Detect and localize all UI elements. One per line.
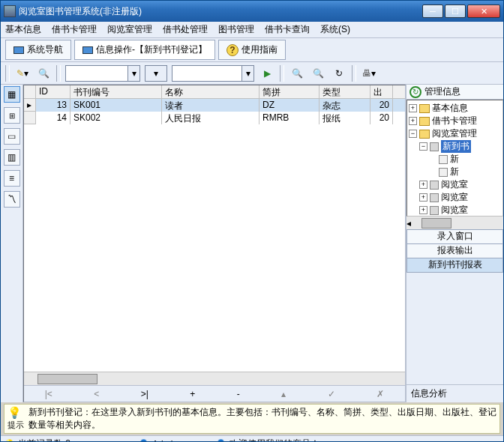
view-chart-button[interactable]: 〽 — [4, 191, 20, 208]
refresh-button[interactable]: ↻ — [331, 65, 347, 82]
input-window-button[interactable]: 录入窗口 — [406, 229, 503, 244]
item-icon — [430, 193, 439, 202]
tree-node-room-b[interactable]: +阅览室 — [409, 191, 501, 204]
right-footer: 信息分析 — [406, 384, 503, 402]
cell: 13 — [36, 99, 70, 112]
tree-node-room-c[interactable]: +阅览室 — [409, 204, 501, 217]
maximize-button[interactable]: ☐ — [445, 4, 466, 18]
view-tree-button[interactable]: ⊞ — [4, 107, 20, 124]
window-icon — [82, 46, 93, 54]
data-grid: ID 书刊编号 名称 简拼 类型 出 ▸ 13 SK001 读者 DZ 杂志 2… — [23, 85, 406, 402]
nav-add[interactable]: + — [190, 389, 195, 399]
cell: 14 — [36, 112, 70, 124]
tree-node-room-a[interactable]: +阅览室 — [409, 178, 501, 191]
table-row[interactable]: ▸ 13 SK001 读者 DZ 杂志 20 — [24, 99, 405, 112]
grid-body[interactable]: ▸ 13 SK001 读者 DZ 杂志 20 14 SK002 人民日报 RMR… — [24, 99, 405, 372]
hint-icon-col: 💡 提示 — [8, 406, 24, 432]
view-list-button[interactable]: ≡ — [4, 170, 20, 187]
window-title: 阅览室图书管理系统(非注册版) — [19, 5, 422, 18]
page-icon — [439, 168, 448, 177]
tree-node-new-arrival[interactable]: −新到书 — [409, 140, 501, 153]
new-arrival-report-button[interactable]: 新到书刊报表 — [406, 258, 503, 273]
bulb-icon: 💡 — [8, 406, 24, 420]
nav-edit[interactable]: ▴ — [281, 389, 286, 399]
tree-node-new1[interactable]: 新 — [409, 153, 501, 166]
find-next-button[interactable]: 🔍 — [310, 65, 326, 82]
col-id[interactable]: ID — [36, 85, 70, 98]
folder-icon — [419, 117, 430, 126]
nav-first[interactable]: |< — [45, 389, 52, 399]
col-code[interactable]: 书刊编号 — [70, 85, 162, 98]
menu-desk-mgmt[interactable]: 借书处管理 — [163, 23, 208, 36]
record-navigator: |< < >| + - ▴ ✓ ✗ — [24, 385, 405, 402]
col-last[interactable]: 出 — [370, 85, 393, 98]
tab-nav-label: 系统导航 — [27, 43, 63, 56]
col-type[interactable]: 类型 — [320, 85, 370, 98]
menu-bar: 基本信息 借书卡管理 阅览室管理 借书处管理 图书管理 借书卡查询 系统(S) — [1, 22, 503, 38]
close-button[interactable]: ✕ — [467, 4, 500, 18]
tree-scrollbar[interactable]: ◂ — [406, 217, 503, 230]
row-selector-header — [24, 85, 36, 98]
view-form-button[interactable]: ▭ — [4, 128, 20, 145]
menu-card-mgmt[interactable]: 借书卡管理 — [52, 23, 97, 36]
separator — [352, 65, 356, 82]
nav-next[interactable]: >| — [141, 389, 148, 399]
col-abbr[interactable]: 简拼 — [260, 85, 320, 98]
cell: 杂志 — [320, 99, 370, 112]
tree-node-basic[interactable]: +基本信息 — [409, 102, 501, 115]
tree-node-new2[interactable]: 新 — [409, 166, 501, 178]
nav-del[interactable]: - — [237, 389, 240, 399]
filter-combo-3[interactable]: ▾ — [172, 65, 254, 82]
run-button[interactable]: ▶ — [259, 65, 275, 82]
item-icon — [430, 142, 439, 151]
user-icon: 👤 — [215, 439, 226, 443]
minimize-button[interactable]: ─ — [422, 4, 443, 18]
left-toolbar: ▦ ⊞ ▭ ▥ ≡ 〽 — [1, 85, 23, 402]
cell: 读者 — [162, 99, 260, 112]
tree-node-room[interactable]: −阅览室管理 — [409, 127, 501, 140]
hint-panel: 💡 提示 新到书刊登记：在这里录入新到书刊的基本信息。主要包括：书刊编号、名称、… — [4, 404, 500, 434]
navigation-tree[interactable]: +基本信息 +借书卡管理 −阅览室管理 −新到书 新 新 +阅览室 +阅览室 +… — [406, 100, 503, 217]
nav-cancel[interactable]: ✗ — [376, 389, 384, 399]
hint-text: 新到书刊登记：在这里录入新到书刊的基本信息。主要包括：书刊编号、名称、简拼、类型… — [28, 406, 496, 432]
separator — [5, 65, 10, 82]
view-grid-button[interactable]: ▦ — [4, 86, 20, 103]
right-panel: ↻ 管理信息 +基本信息 +借书卡管理 −阅览室管理 −新到书 新 新 +阅览室… — [406, 85, 503, 402]
menu-card-query[interactable]: 借书卡查询 — [265, 23, 310, 36]
report-output-button[interactable]: 报表输出 — [406, 243, 503, 258]
cell: RMRB — [260, 112, 320, 124]
filter-combo-1[interactable]: ▾ — [65, 65, 140, 82]
table-row[interactable]: 14 SK002 人民日报 RMRB 报纸 20 — [24, 112, 405, 124]
tree-node-card[interactable]: +借书卡管理 — [409, 115, 501, 127]
find-button[interactable]: 🔍 — [289, 65, 305, 82]
view-card-button[interactable]: ▥ — [4, 149, 20, 166]
menu-basic[interactable]: 基本信息 — [5, 23, 41, 36]
grid-header: ID 书刊编号 名称 简拼 类型 出 — [24, 85, 405, 99]
menu-book-mgmt[interactable]: 图书管理 — [218, 23, 254, 36]
status-records: 💡当前记录数 2 — [4, 438, 70, 442]
help-icon: ? — [226, 44, 238, 56]
nav-post[interactable]: ✓ — [328, 389, 335, 399]
search-button[interactable]: 🔍 — [35, 65, 52, 82]
edit-button[interactable]: ✎▾ — [14, 65, 31, 82]
page-icon — [439, 155, 448, 164]
print-button[interactable]: 🖶▾ — [361, 65, 377, 82]
tab-guide[interactable]: ?使用指南 — [218, 40, 286, 60]
col-name[interactable]: 名称 — [162, 85, 260, 98]
tab-nav[interactable]: 系统导航 — [5, 40, 71, 60]
separator — [56, 65, 61, 82]
nav-prev[interactable]: < — [94, 389, 99, 399]
tab-info-op[interactable]: 信息操作-【新到书刊登记】 — [74, 40, 215, 60]
window-buttons: ─ ☐ ✕ — [422, 4, 500, 18]
filter-combo-2[interactable]: ▾ — [145, 65, 167, 82]
menu-room-mgmt[interactable]: 阅览室管理 — [107, 23, 152, 36]
status-bar: 💡当前记录数 2 👤Admin 👤欢迎使用我们的产品！ — [1, 435, 503, 442]
menu-system[interactable]: 系统(S) — [320, 23, 350, 36]
app-icon — [4, 5, 16, 17]
hint-label: 提示 — [8, 420, 24, 431]
refresh-icon[interactable]: ↻ — [410, 86, 422, 98]
cell: 人民日报 — [162, 112, 260, 124]
right-footer-label: 信息分析 — [411, 387, 447, 400]
cell: SK001 — [70, 99, 162, 112]
horizontal-scrollbar[interactable] — [24, 372, 405, 385]
